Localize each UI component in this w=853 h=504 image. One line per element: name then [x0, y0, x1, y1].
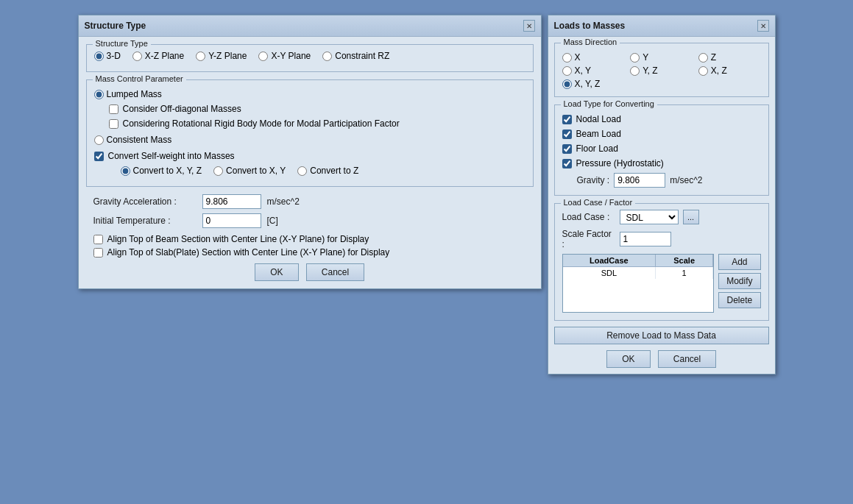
load-case-browse-button[interactable]: ...	[683, 210, 699, 224]
mass-dir-xyz-input[interactable]	[562, 79, 572, 89]
temp-field-row: Initial Temperature : [C]	[93, 213, 526, 228]
pressure-load-checkbox[interactable]	[562, 159, 572, 168]
nodal-load-row[interactable]: Nodal Load	[562, 114, 761, 124]
structure-ok-button[interactable]: OK	[255, 263, 299, 281]
mass-dir-z-input[interactable]	[698, 53, 708, 63]
mass-dir-yz-input[interactable]	[630, 66, 640, 76]
fields-section: Gravity Acceleration : m/sec^2 Initial T…	[86, 194, 534, 228]
lc-cell-scale: 1	[656, 267, 713, 280]
structure-type-group: Structure Type 3-D X-Z Plane Y-Z Plane	[86, 44, 534, 72]
mass-dir-y[interactable]: Y	[630, 52, 693, 63]
mass-dir-xz-label: X, Z	[711, 65, 727, 76]
convert-z-label: Convert to Z	[310, 166, 358, 176]
radio-xz[interactable]: X-Z Plane	[132, 51, 184, 61]
off-diagonal-checkbox[interactable]	[109, 104, 118, 114]
pressure-load-row[interactable]: Pressure (Hydrostatic)	[562, 158, 761, 168]
floor-load-row[interactable]: Floor Load	[562, 143, 761, 154]
beam-load-checkbox[interactable]	[562, 129, 572, 139]
convert-selfweight-row: Convert Self-weight into Masses	[94, 151, 525, 161]
floor-load-checkbox[interactable]	[562, 144, 572, 154]
ltm-ok-button[interactable]: OK	[606, 350, 651, 368]
convert-xyz-input[interactable]	[121, 166, 130, 176]
mass-dir-z[interactable]: Z	[698, 52, 761, 63]
convert-xy-input[interactable]	[213, 166, 223, 176]
convert-xyz-radio[interactable]: Convert to X, Y, Z	[121, 166, 202, 176]
scale-factor-label: Scale Factor :	[562, 229, 615, 249]
mass-dir-z-label: Z	[711, 52, 716, 63]
convert-xy-radio[interactable]: Convert to X, Y	[213, 166, 286, 176]
beam-load-row[interactable]: Beam Load	[562, 129, 761, 139]
mass-dir-y-label: Y	[643, 52, 648, 63]
convert-z-radio[interactable]: Convert to Z	[297, 166, 358, 176]
ltm-gravity-unit: m/sec^2	[670, 175, 702, 185]
load-case-group-label: Load Case / Factor	[561, 198, 636, 207]
modify-button[interactable]: Modify	[718, 273, 760, 289]
structure-cancel-button[interactable]: Cancel	[306, 263, 364, 281]
radio-constraint-rz-input[interactable]	[322, 52, 332, 61]
loads-to-masses-dialog: Loads to Masses ✕ Mass Direction X Y	[548, 15, 776, 375]
rotational-checkbox[interactable]	[109, 119, 118, 129]
mass-dir-x-input[interactable]	[562, 53, 572, 63]
structure-options-row: 3-D X-Z Plane Y-Z Plane X-Y Plane	[94, 51, 525, 61]
mass-dir-xy[interactable]: X, Y	[562, 65, 625, 76]
align-beam-checkbox[interactable]	[93, 235, 103, 244]
structure-button-row: OK Cancel	[86, 263, 534, 281]
mass-direction-grid: X Y Z X, Y Y	[562, 52, 761, 89]
scale-factor-input[interactable]	[620, 232, 671, 246]
off-diagonal-row: Consider Off-diagonal Masses	[109, 104, 525, 114]
structure-type-dialog: Structure Type ✕ Structure Type 3-D X-Z …	[78, 15, 542, 289]
radio-xy[interactable]: X-Y Plane	[258, 51, 311, 61]
align-beam-row[interactable]: Align Top of Beam Section with Center Li…	[93, 234, 526, 244]
convert-selfweight-checkbox[interactable]	[94, 152, 104, 161]
radio-xy-input[interactable]	[258, 52, 268, 61]
radio-3d-input[interactable]	[94, 52, 104, 61]
ltm-gravity-input[interactable]	[614, 173, 665, 188]
mass-dir-x[interactable]: X	[562, 52, 625, 63]
gravity-input[interactable]	[202, 194, 261, 209]
temp-input[interactable]	[202, 213, 261, 228]
mass-dir-xy-input[interactable]	[562, 66, 572, 76]
convert-z-input[interactable]	[297, 166, 307, 176]
convert-xy-label: Convert to X, Y	[226, 166, 286, 176]
radio-xz-label: X-Z Plane	[145, 51, 184, 61]
radio-constraint-rz[interactable]: Constraint RZ	[322, 51, 389, 61]
mass-dir-yz[interactable]: Y, Z	[630, 65, 693, 76]
floor-load-label: Floor Load	[576, 143, 618, 154]
ltm-content: Mass Direction X Y Z	[548, 37, 775, 374]
mass-dir-xz[interactable]: X, Z	[698, 65, 761, 76]
mass-direction-group: Mass Direction X Y Z	[554, 43, 769, 97]
lumped-mass-radio[interactable]: Lumped Mass	[94, 89, 525, 99]
radio-xz-input[interactable]	[132, 52, 142, 61]
mass-control-inner: Lumped Mass Consider Off-diagonal Masses…	[94, 89, 525, 176]
beam-load-label: Beam Load	[576, 129, 621, 139]
load-case-select[interactable]: SDL	[620, 210, 679, 224]
rotational-row: Considering Rotational Rigid Body Mode f…	[109, 118, 525, 129]
add-button[interactable]: Add	[718, 254, 760, 270]
mass-dir-x-label: X	[575, 52, 581, 63]
consistent-mass-input[interactable]	[94, 135, 104, 145]
delete-button[interactable]: Delete	[718, 292, 760, 308]
mass-dir-xz-input[interactable]	[698, 66, 708, 76]
radio-yz-input[interactable]	[196, 52, 205, 61]
remove-load-button[interactable]: Remove Load to Mass Data	[554, 327, 769, 344]
radio-3d[interactable]: 3-D	[94, 51, 121, 61]
radio-3d-label: 3-D	[107, 51, 121, 61]
align-slab-checkbox[interactable]	[93, 248, 103, 258]
load-type-group: Load Type for Converting Nodal Load Beam…	[554, 104, 769, 196]
temp-label: Initial Temperature :	[93, 216, 197, 226]
nodal-load-checkbox[interactable]	[562, 115, 572, 124]
ltm-close-button[interactable]: ✕	[757, 20, 769, 32]
lumped-mass-input[interactable]	[94, 90, 104, 99]
radio-yz[interactable]: Y-Z Plane	[196, 51, 247, 61]
table-row[interactable]: SDL 1	[563, 267, 713, 280]
mass-dir-xyz[interactable]: X, Y, Z	[562, 79, 625, 89]
radio-yz-label: Y-Z Plane	[208, 51, 247, 61]
consistent-mass-radio[interactable]: Consistent Mass	[94, 135, 525, 145]
align-slab-row[interactable]: Align Top of Slab(Plate) Section with Ce…	[93, 247, 526, 258]
convert-options-row: Convert to X, Y, Z Convert to X, Y Conve…	[121, 166, 525, 176]
table-area: LoadCase Scale SDL 1	[562, 254, 761, 313]
align-beam-label: Align Top of Beam Section with Center Li…	[107, 234, 369, 244]
mass-dir-y-input[interactable]	[630, 53, 640, 63]
structure-type-close-button[interactable]: ✕	[523, 20, 535, 32]
ltm-cancel-button[interactable]: Cancel	[658, 350, 716, 368]
